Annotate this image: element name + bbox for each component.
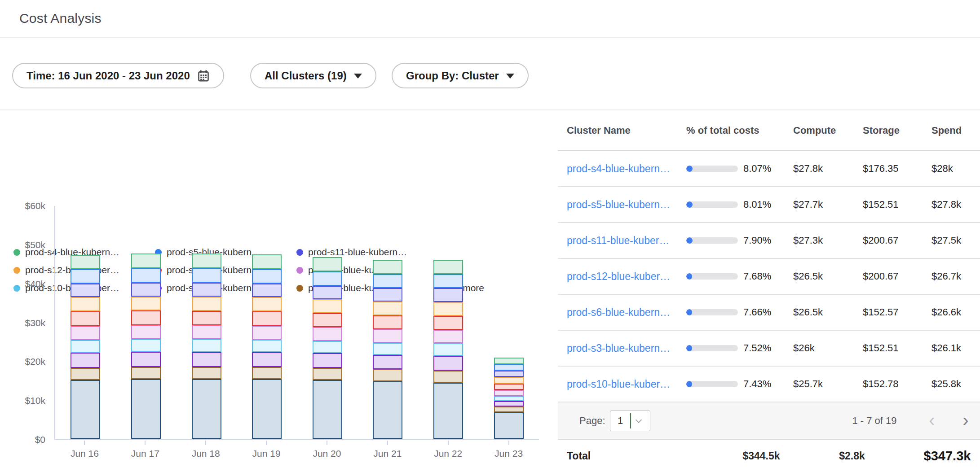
page-number-select[interactable]: 1 (610, 411, 650, 431)
bar-segment[interactable] (192, 297, 221, 311)
bar-segment[interactable] (373, 260, 402, 274)
bar-segment[interactable] (71, 368, 100, 380)
bar-segment[interactable] (131, 283, 161, 297)
bar-segment[interactable] (373, 355, 402, 369)
previous-page-button[interactable]: ‹ (929, 411, 935, 429)
bar-segment[interactable] (71, 284, 100, 297)
bar-segment[interactable] (313, 353, 342, 368)
bar-segment[interactable] (252, 254, 282, 269)
bar-segment[interactable] (131, 325, 161, 339)
bar-segment[interactable] (373, 343, 402, 355)
bar-segment[interactable] (131, 310, 161, 325)
bar-segment[interactable] (433, 383, 463, 439)
next-page-button[interactable]: › (962, 411, 968, 429)
bar-segment[interactable] (433, 260, 463, 274)
bar-segment[interactable] (313, 257, 342, 271)
x-axis-tick-label: Jun 19 (252, 448, 281, 459)
bar-segment[interactable] (71, 269, 100, 284)
compute-value: $27.8k (793, 163, 863, 175)
bar-segment[interactable] (433, 371, 463, 383)
bar-segment[interactable] (494, 371, 524, 377)
bar-segment[interactable] (192, 339, 221, 352)
bar-segment[interactable] (192, 283, 221, 297)
pct-value: 7.43% (743, 378, 771, 390)
pagination-bar: Page: 1 1 - 7 of 19 ‹ › (558, 402, 980, 440)
bar-segment[interactable] (433, 343, 463, 356)
bar-segment[interactable] (192, 352, 221, 367)
bar-segment[interactable] (494, 377, 524, 384)
bar-segment[interactable] (313, 380, 342, 439)
time-range-filter[interactable]: Time: 16 Jun 2020 - 23 Jun 2020 (12, 63, 224, 88)
cluster-name-link[interactable]: prod-s3-blue-kubern… (567, 342, 670, 354)
bar-segment[interactable] (71, 297, 100, 311)
cluster-name-link[interactable]: prod-s5-blue-kubern… (567, 199, 670, 210)
bar-segment[interactable] (494, 396, 524, 401)
bar-segment[interactable] (313, 271, 342, 285)
bar-segment[interactable] (131, 352, 161, 367)
bar-segment[interactable] (131, 253, 161, 268)
bar-segment[interactable] (192, 268, 221, 283)
bar-segment[interactable] (71, 255, 100, 269)
bar-segment[interactable] (252, 340, 282, 352)
clusters-filter-label: All Clusters (19) (265, 70, 347, 82)
bar-segment[interactable] (71, 380, 100, 439)
bar-segment[interactable] (373, 381, 402, 439)
bar-segment[interactable] (433, 356, 463, 371)
bar-segment[interactable] (313, 299, 342, 313)
bar-segment[interactable] (494, 358, 524, 364)
bar-segment[interactable] (252, 367, 282, 379)
bar-segment[interactable] (373, 315, 402, 329)
bar-segment[interactable] (131, 268, 161, 283)
bar-segment[interactable] (494, 384, 524, 390)
bar-segment[interactable] (192, 379, 221, 439)
cluster-name-link[interactable]: prod-s10-blue-kuber… (567, 378, 670, 390)
bar-segment[interactable] (192, 325, 221, 339)
bar-segment[interactable] (252, 284, 282, 297)
bar-segment[interactable] (131, 367, 161, 379)
bar-segment[interactable] (494, 406, 524, 413)
pct-value: 7.90% (743, 235, 771, 246)
bar-segment[interactable] (313, 327, 342, 341)
bar-segment[interactable] (494, 412, 524, 439)
cluster-name-link[interactable]: prod-s6-blue-kubern… (567, 306, 670, 318)
bar-segment[interactable] (433, 316, 463, 330)
bar-segment[interactable] (252, 379, 282, 439)
bar-segment[interactable] (494, 401, 524, 406)
bar-segment[interactable] (252, 269, 282, 284)
bar-segment[interactable] (313, 313, 342, 327)
cluster-name-link[interactable]: prod-s12-blue-kuber… (567, 271, 670, 282)
bar-segment[interactable] (131, 379, 161, 439)
group-by-dropdown[interactable]: Group By: Cluster (392, 63, 529, 88)
bar-segment[interactable] (494, 390, 524, 396)
bar-segment[interactable] (71, 340, 100, 353)
bar-segment[interactable] (313, 286, 342, 299)
bar-segment[interactable] (313, 368, 342, 380)
bar-segment[interactable] (252, 326, 282, 340)
x-axis-tickmark (508, 441, 509, 445)
bar-segment[interactable] (131, 297, 161, 310)
bar-segment[interactable] (373, 329, 402, 343)
clusters-filter-dropdown[interactable]: All Clusters (19) (250, 63, 376, 88)
bar-segment[interactable] (313, 341, 342, 354)
bar-segment[interactable] (373, 302, 402, 315)
bar-segment[interactable] (71, 311, 100, 326)
bar-segment[interactable] (433, 302, 463, 316)
bar-segment[interactable] (433, 274, 463, 288)
bar-segment[interactable] (192, 367, 221, 379)
bar-segment[interactable] (252, 352, 282, 367)
bar-segment[interactable] (131, 339, 161, 352)
bar-segment[interactable] (373, 369, 402, 381)
bar-segment[interactable] (252, 311, 282, 326)
bar-segment[interactable] (433, 330, 463, 343)
bar-segment[interactable] (192, 311, 221, 325)
cluster-name-link[interactable]: prod-s11-blue-kuber… (567, 235, 669, 246)
bar-segment[interactable] (494, 364, 524, 371)
bar-segment[interactable] (252, 297, 282, 311)
bar-segment[interactable] (71, 353, 100, 368)
bar-segment[interactable] (71, 326, 100, 340)
bar-segment[interactable] (373, 288, 402, 302)
cluster-name-link[interactable]: prod-s4-blue-kubern… (567, 163, 670, 175)
bar-segment[interactable] (433, 288, 463, 302)
bar-segment[interactable] (192, 253, 221, 268)
bar-segment[interactable] (373, 274, 402, 288)
